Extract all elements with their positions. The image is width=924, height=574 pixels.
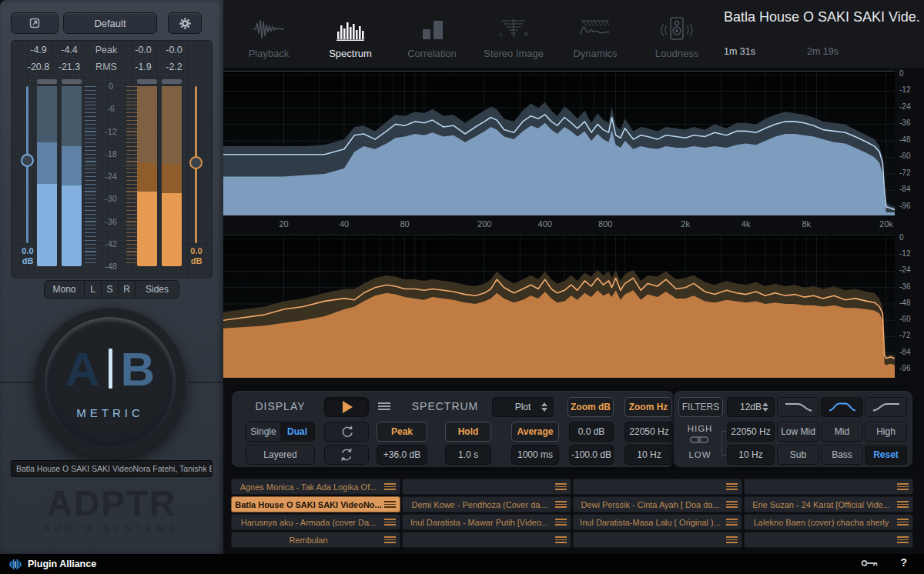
clip-indicator[interactable] xyxy=(37,79,57,84)
display-layered-button[interactable]: Layered xyxy=(246,445,315,465)
gain-fader-a-handle[interactable] xyxy=(21,154,34,167)
spectrum-plot-b-canvas xyxy=(223,235,895,378)
hold-time-value[interactable]: 1.0 s xyxy=(445,445,491,465)
tab-correlation[interactable]: Correlation xyxy=(391,0,473,68)
peak-toggle-button[interactable]: Peak xyxy=(377,422,427,442)
tab-dynamics[interactable]: Dynamics xyxy=(554,0,636,68)
slot-menu-icon[interactable] xyxy=(384,483,396,490)
range-top-value[interactable]: 0.0 dB xyxy=(569,422,614,442)
playlist-slot[interactable] xyxy=(573,532,742,548)
slot-menu-icon[interactable] xyxy=(726,519,738,526)
display-dual-button[interactable]: Dual xyxy=(280,422,314,441)
loop-button[interactable] xyxy=(324,422,369,442)
playlist-slot[interactable]: Erie Suzan - 24 Karat [Official Vide... xyxy=(744,496,913,512)
clip-indicator[interactable] xyxy=(137,79,157,84)
lowpass-filter-button[interactable] xyxy=(777,397,819,417)
spectrum-bars-icon xyxy=(334,14,367,45)
plot-mode-dropdown[interactable]: Plot xyxy=(492,397,554,417)
band-lowmid-button[interactable]: Low Mid xyxy=(777,422,819,442)
tab-stereo-image[interactable]: LRStereo Image xyxy=(473,0,554,68)
slot-menu-icon[interactable] xyxy=(726,501,738,508)
slot-menu-icon[interactable] xyxy=(384,536,396,543)
playlist-slot[interactable] xyxy=(402,479,571,495)
channel-sides-button[interactable]: Sides xyxy=(136,281,179,298)
help-button[interactable]: ? xyxy=(900,556,907,569)
gain-fader-b-handle[interactable] xyxy=(189,156,203,169)
filter-slope-value: 12dB xyxy=(740,402,762,412)
time-total: 2m 19s xyxy=(807,46,839,57)
spectrum-menu-icon[interactable] xyxy=(378,402,390,410)
slot-menu-icon[interactable] xyxy=(384,519,396,526)
resize-button[interactable] xyxy=(11,12,59,34)
playlist-slot[interactable]: Demi Kowe - Pendhoza (Cover da... xyxy=(402,496,571,512)
playlist-slot[interactable]: Lalekno Baen (cover) chacha sherly xyxy=(744,514,913,530)
filter-low-freq-value[interactable]: 10 Hz xyxy=(727,445,775,465)
slot-menu-icon[interactable] xyxy=(555,536,567,543)
slot-menu-icon[interactable] xyxy=(726,536,738,543)
filter-high-freq-value[interactable]: 22050 Hz xyxy=(727,422,775,442)
playlist-slot[interactable]: Batla House O SAKI SAKI VideoNo... xyxy=(231,496,400,512)
bandpass-filter-button[interactable] xyxy=(821,397,863,417)
playlist-track-label: Rembulan xyxy=(235,536,382,545)
ab-autoswitch-button[interactable] xyxy=(324,445,369,465)
zoom-hz-button[interactable]: Zoom Hz xyxy=(624,397,672,417)
playlist-slot[interactable]: Dewi Perssik - Cinta Ayah [ Doa da... xyxy=(573,496,742,512)
slot-menu-icon[interactable] xyxy=(384,501,396,508)
filters-button[interactable]: FILTERS xyxy=(678,397,723,417)
ab-switch-knob[interactable]: A B METRIC xyxy=(34,306,186,459)
display-single-button[interactable]: Single xyxy=(246,422,280,441)
playlist-slot[interactable] xyxy=(402,532,571,548)
license-key-button[interactable] xyxy=(861,557,879,571)
highpass-filter-button[interactable] xyxy=(865,397,907,417)
meter-segment-dim xyxy=(37,86,57,142)
freq-max-value[interactable]: 22050 Hz xyxy=(624,422,674,442)
average-time-value[interactable]: 1000 ms xyxy=(511,445,559,465)
slot-menu-icon[interactable] xyxy=(897,501,909,508)
channel-solo-button[interactable]: S xyxy=(102,281,119,298)
tab-spectrum[interactable]: Spectrum xyxy=(310,0,391,68)
db-tick-label: -60 xyxy=(899,152,910,160)
channel-right-button[interactable]: R xyxy=(119,281,136,298)
link-connector xyxy=(721,431,722,456)
slope-gain-value[interactable]: +36.0 dB xyxy=(377,445,427,465)
clip-indicator[interactable] xyxy=(162,79,182,84)
settings-button[interactable] xyxy=(168,12,202,34)
slot-menu-icon[interactable] xyxy=(897,536,909,543)
zoom-db-button[interactable]: Zoom dB xyxy=(567,397,614,417)
slot-menu-icon[interactable] xyxy=(555,501,567,508)
filters-reset-button[interactable]: Reset xyxy=(865,445,907,465)
band-high-button[interactable]: High xyxy=(865,422,907,442)
hold-toggle-button[interactable]: Hold xyxy=(445,422,491,442)
preset-selector[interactable]: Default xyxy=(63,12,157,34)
playlist-slot[interactable] xyxy=(744,479,913,495)
freq-min-value[interactable]: 10 Hz xyxy=(624,445,674,465)
ab-letter-a: A xyxy=(65,342,100,396)
band-sub-button[interactable]: Sub xyxy=(777,445,819,465)
playlist-slot[interactable]: Harusnya aku - Armada (cover Da... xyxy=(231,514,400,530)
playlist-slot[interactable] xyxy=(744,532,913,548)
plugin-alliance-logo[interactable]: Plugin Alliance xyxy=(9,558,96,571)
clip-indicator[interactable] xyxy=(62,79,82,84)
link-chain-icon[interactable] xyxy=(689,434,709,448)
range-bottom-value[interactable]: -100.0 dB xyxy=(569,445,614,465)
average-toggle-button[interactable]: Average xyxy=(511,422,559,442)
playlist-slot[interactable]: Rembulan xyxy=(231,532,400,548)
slot-menu-icon[interactable] xyxy=(555,519,567,526)
time-elapsed: 1m 31s xyxy=(724,46,755,57)
slot-menu-icon[interactable] xyxy=(726,483,738,490)
playlist-slot[interactable] xyxy=(573,479,742,495)
playlist-slot[interactable]: Inul Daratista-Masa Lalu ( Original )... xyxy=(573,514,742,530)
filter-slope-dropdown[interactable]: 12dB xyxy=(727,397,775,417)
play-button[interactable] xyxy=(324,397,369,417)
playlist-slot[interactable]: Agnes Monica - Tak Ada Logika Of... xyxy=(231,479,400,495)
channel-left-button[interactable]: L xyxy=(85,281,102,298)
channel-mono-button[interactable]: Mono xyxy=(45,281,85,298)
band-bass-button[interactable]: Bass xyxy=(821,445,863,465)
tab-playback[interactable]: Playback xyxy=(228,0,310,68)
playlist-slot[interactable]: Inul Daratista - Mawar Putih [Video... xyxy=(402,514,571,530)
slot-menu-icon[interactable] xyxy=(897,483,909,490)
tab-loudness[interactable]: Loudness xyxy=(636,0,718,68)
band-mid-button[interactable]: Mid xyxy=(821,422,863,442)
slot-menu-icon[interactable] xyxy=(897,519,909,526)
slot-menu-icon[interactable] xyxy=(555,483,567,490)
